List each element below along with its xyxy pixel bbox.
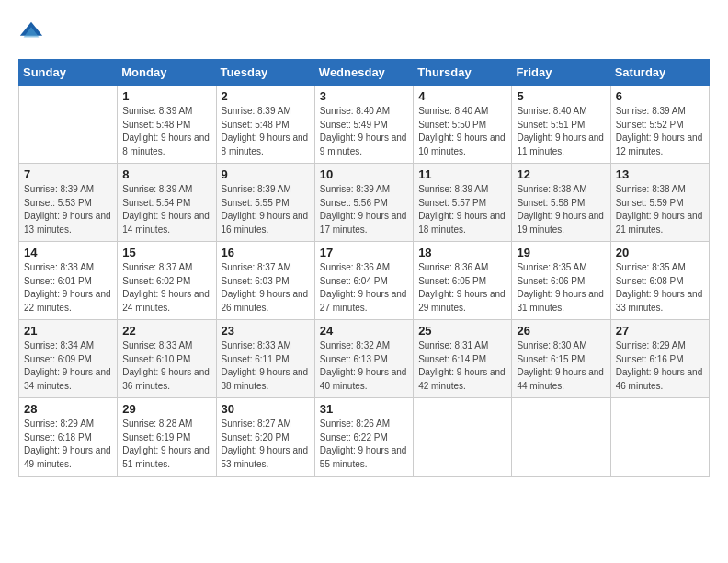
day-info: Sunrise: 8:35 AMSunset: 6:08 PMDaylight:… — [616, 261, 704, 315]
calendar-cell: 7Sunrise: 8:39 AMSunset: 5:53 PMDaylight… — [19, 164, 118, 242]
day-number: 13 — [616, 167, 704, 181]
day-info: Sunrise: 8:40 AMSunset: 5:49 PMDaylight:… — [320, 105, 408, 158]
calendar-cell: 31Sunrise: 8:26 AMSunset: 6:22 PMDayligh… — [314, 398, 413, 477]
calendar-cell — [19, 86, 118, 164]
day-info: Sunrise: 8:33 AMSunset: 6:10 PMDaylight:… — [122, 339, 210, 393]
calendar-cell: 19Sunrise: 8:35 AMSunset: 6:06 PMDayligh… — [512, 242, 610, 320]
day-number: 20 — [616, 246, 704, 259]
calendar-header-friday: Friday — [512, 60, 610, 86]
calendar-header-thursday: Thursday — [414, 60, 512, 86]
day-info: Sunrise: 8:37 AMSunset: 6:02 PMDaylight:… — [122, 261, 210, 315]
day-info: Sunrise: 8:38 AMSunset: 6:01 PMDaylight:… — [24, 261, 112, 315]
calendar-header-sunday: Sunday — [19, 60, 118, 86]
calendar-cell: 23Sunrise: 8:33 AMSunset: 6:11 PMDayligh… — [216, 320, 314, 398]
calendar-week-row: 14Sunrise: 8:38 AMSunset: 6:01 PMDayligh… — [19, 242, 710, 320]
calendar-cell: 14Sunrise: 8:38 AMSunset: 6:01 PMDayligh… — [19, 242, 118, 320]
calendar-cell: 30Sunrise: 8:27 AMSunset: 6:20 PMDayligh… — [216, 398, 314, 477]
day-info: Sunrise: 8:39 AMSunset: 5:48 PMDaylight:… — [122, 105, 210, 158]
page-header — [18, 18, 710, 44]
day-info: Sunrise: 8:38 AMSunset: 5:58 PMDaylight:… — [517, 183, 605, 236]
day-number: 12 — [517, 167, 605, 181]
day-info: Sunrise: 8:33 AMSunset: 6:11 PMDaylight:… — [222, 339, 310, 393]
day-number: 1 — [122, 89, 210, 103]
calendar-cell: 29Sunrise: 8:28 AMSunset: 6:19 PMDayligh… — [118, 398, 216, 477]
day-info: Sunrise: 8:37 AMSunset: 6:03 PMDaylight:… — [222, 261, 310, 315]
day-number: 18 — [418, 246, 506, 259]
day-number: 17 — [320, 246, 408, 259]
day-info: Sunrise: 8:27 AMSunset: 6:20 PMDaylight:… — [222, 418, 310, 471]
day-number: 31 — [320, 402, 408, 416]
calendar-cell: 17Sunrise: 8:36 AMSunset: 6:04 PMDayligh… — [314, 242, 413, 320]
day-info: Sunrise: 8:40 AMSunset: 5:50 PMDaylight:… — [418, 105, 506, 158]
calendar-header-row: SundayMondayTuesdayWednesdayThursdayFrid… — [19, 60, 710, 86]
day-number: 14 — [24, 246, 112, 259]
day-info: Sunrise: 8:39 AMSunset: 5:53 PMDaylight:… — [24, 183, 112, 236]
calendar-cell: 11Sunrise: 8:39 AMSunset: 5:57 PMDayligh… — [414, 164, 512, 242]
day-number: 23 — [222, 324, 310, 338]
calendar-cell — [414, 398, 512, 477]
day-info: Sunrise: 8:34 AMSunset: 6:09 PMDaylight:… — [24, 339, 112, 393]
calendar-cell: 21Sunrise: 8:34 AMSunset: 6:09 PMDayligh… — [19, 320, 118, 398]
logo — [18, 18, 48, 44]
calendar-cell: 20Sunrise: 8:35 AMSunset: 6:08 PMDayligh… — [610, 242, 709, 320]
day-info: Sunrise: 8:36 AMSunset: 6:04 PMDaylight:… — [320, 261, 408, 315]
day-info: Sunrise: 8:28 AMSunset: 6:19 PMDaylight:… — [122, 418, 210, 471]
calendar-cell: 22Sunrise: 8:33 AMSunset: 6:10 PMDayligh… — [118, 320, 216, 398]
logo-icon — [18, 18, 44, 44]
day-number: 28 — [24, 402, 112, 416]
calendar-cell: 28Sunrise: 8:29 AMSunset: 6:18 PMDayligh… — [19, 398, 118, 477]
day-number: 16 — [222, 246, 310, 259]
day-number: 26 — [517, 324, 605, 338]
day-number: 24 — [320, 324, 408, 338]
day-info: Sunrise: 8:26 AMSunset: 6:22 PMDaylight:… — [320, 418, 408, 471]
calendar-cell: 10Sunrise: 8:39 AMSunset: 5:56 PMDayligh… — [314, 164, 413, 242]
calendar-cell: 9Sunrise: 8:39 AMSunset: 5:55 PMDaylight… — [216, 164, 314, 242]
day-info: Sunrise: 8:38 AMSunset: 5:59 PMDaylight:… — [616, 183, 704, 236]
calendar-cell: 5Sunrise: 8:40 AMSunset: 5:51 PMDaylight… — [512, 86, 610, 164]
day-info: Sunrise: 8:35 AMSunset: 6:06 PMDaylight:… — [517, 261, 605, 315]
day-info: Sunrise: 8:32 AMSunset: 6:13 PMDaylight:… — [320, 339, 408, 393]
day-number: 29 — [122, 402, 210, 416]
calendar-week-row: 1Sunrise: 8:39 AMSunset: 5:48 PMDaylight… — [19, 86, 710, 164]
day-info: Sunrise: 8:39 AMSunset: 5:57 PMDaylight:… — [418, 183, 506, 236]
calendar-cell: 8Sunrise: 8:39 AMSunset: 5:54 PMDaylight… — [118, 164, 216, 242]
calendar-header-saturday: Saturday — [610, 60, 709, 86]
calendar-cell: 12Sunrise: 8:38 AMSunset: 5:58 PMDayligh… — [512, 164, 610, 242]
calendar-header-tuesday: Tuesday — [216, 60, 314, 86]
calendar-cell: 18Sunrise: 8:36 AMSunset: 6:05 PMDayligh… — [414, 242, 512, 320]
calendar-cell: 15Sunrise: 8:37 AMSunset: 6:02 PMDayligh… — [118, 242, 216, 320]
day-number: 15 — [122, 246, 210, 259]
calendar-cell: 16Sunrise: 8:37 AMSunset: 6:03 PMDayligh… — [216, 242, 314, 320]
calendar-header-wednesday: Wednesday — [314, 60, 413, 86]
day-number: 5 — [517, 89, 605, 103]
day-number: 8 — [122, 167, 210, 181]
day-number: 30 — [222, 402, 310, 416]
calendar-week-row: 7Sunrise: 8:39 AMSunset: 5:53 PMDaylight… — [19, 164, 710, 242]
calendar-cell: 6Sunrise: 8:39 AMSunset: 5:52 PMDaylight… — [610, 86, 709, 164]
calendar-cell: 26Sunrise: 8:30 AMSunset: 6:15 PMDayligh… — [512, 320, 610, 398]
day-number: 9 — [222, 167, 310, 181]
day-number: 10 — [320, 167, 408, 181]
day-info: Sunrise: 8:31 AMSunset: 6:14 PMDaylight:… — [418, 339, 506, 393]
calendar-cell — [610, 398, 709, 477]
calendar-cell: 25Sunrise: 8:31 AMSunset: 6:14 PMDayligh… — [414, 320, 512, 398]
day-number: 27 — [616, 324, 704, 338]
day-info: Sunrise: 8:39 AMSunset: 5:48 PMDaylight:… — [222, 105, 310, 158]
day-info: Sunrise: 8:30 AMSunset: 6:15 PMDaylight:… — [517, 339, 605, 393]
calendar-week-row: 21Sunrise: 8:34 AMSunset: 6:09 PMDayligh… — [19, 320, 710, 398]
day-info: Sunrise: 8:39 AMSunset: 5:52 PMDaylight:… — [616, 105, 704, 158]
day-number: 6 — [616, 89, 704, 103]
calendar-week-row: 28Sunrise: 8:29 AMSunset: 6:18 PMDayligh… — [19, 398, 710, 477]
calendar-cell: 2Sunrise: 8:39 AMSunset: 5:48 PMDaylight… — [216, 86, 314, 164]
day-number: 22 — [122, 324, 210, 338]
day-number: 2 — [222, 89, 310, 103]
calendar-cell: 3Sunrise: 8:40 AMSunset: 5:49 PMDaylight… — [314, 86, 413, 164]
calendar-cell: 1Sunrise: 8:39 AMSunset: 5:48 PMDaylight… — [118, 86, 216, 164]
day-info: Sunrise: 8:39 AMSunset: 5:55 PMDaylight:… — [222, 183, 310, 236]
calendar-table: SundayMondayTuesdayWednesdayThursdayFrid… — [18, 59, 710, 477]
day-number: 19 — [517, 246, 605, 259]
day-number: 3 — [320, 89, 408, 103]
calendar-cell: 24Sunrise: 8:32 AMSunset: 6:13 PMDayligh… — [314, 320, 413, 398]
day-number: 4 — [418, 89, 506, 103]
calendar-cell — [512, 398, 610, 477]
